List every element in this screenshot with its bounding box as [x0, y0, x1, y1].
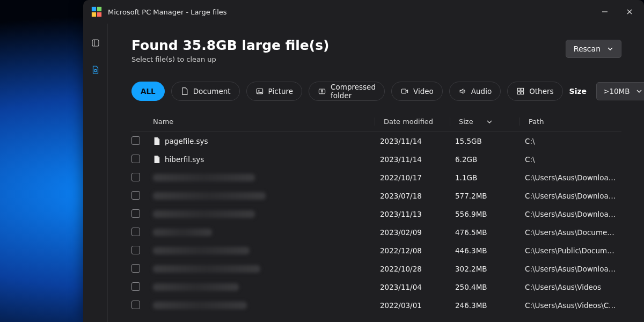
table-row[interactable]: 2022/10/28302.2MBC:\Users\Asus\Downloa…	[131, 260, 618, 278]
cell-path: C:\Users\Asus\Downloa…	[516, 265, 618, 273]
compressed-icon	[318, 87, 326, 96]
svg-rect-13	[518, 88, 521, 91]
file-name: pagefile.sys	[165, 137, 208, 145]
cell-size: 446.3MB	[447, 246, 516, 255]
svg-rect-12	[401, 89, 406, 93]
chevron-down-icon	[607, 46, 613, 52]
row-checkbox[interactable]	[131, 246, 140, 254]
cell-path: C:\	[516, 137, 618, 145]
row-checkbox[interactable]	[131, 136, 140, 145]
cell-size: 1.1GB	[447, 173, 516, 182]
table-row[interactable]: 2023/11/13556.9MBC:\Users\Asus\Downloa…	[131, 205, 618, 223]
cell-date: 2023/02/09	[371, 228, 447, 237]
cell-date: 2022/10/28	[371, 265, 447, 273]
row-checkbox[interactable]	[131, 301, 140, 309]
cell-path: C:\Users\Asus\Downloa…	[516, 192, 618, 200]
filter-label: ALL	[141, 87, 156, 96]
filter-chip-compressed-folder[interactable]: Compressed folder	[309, 82, 385, 101]
cell-date: 2023/07/18	[371, 192, 447, 200]
table-row[interactable]: hiberfil.sys2023/11/146.2GBC:\	[131, 150, 618, 169]
table-row[interactable]: 2023/07/18577.2MBC:\Users\Asus\Downloa…	[131, 187, 618, 205]
chevron-down-icon	[636, 88, 642, 94]
filter-label: Audio	[471, 87, 492, 96]
svg-rect-15	[518, 92, 521, 94]
row-checkbox[interactable]	[131, 282, 140, 291]
svg-rect-0	[92, 7, 96, 11]
file-name-redacted	[153, 265, 260, 273]
close-button[interactable]	[617, 0, 642, 24]
cell-path: C:\Users\Asus\Docume…	[516, 228, 618, 237]
cell-size: 250.4MB	[447, 283, 516, 291]
cell-size: 556.9MB	[447, 210, 516, 218]
others-icon	[516, 87, 525, 96]
filter-chip-video[interactable]: Video	[391, 82, 443, 101]
table-body[interactable]: pagefile.sys2023/11/1415.5GBC:\hiberfil.…	[131, 132, 621, 322]
cell-size: 302.2MB	[447, 265, 516, 273]
window-controls	[592, 0, 642, 24]
cell-path: C:\Users\Public\Docum…	[516, 246, 618, 255]
filter-label: Picture	[268, 87, 293, 96]
row-checkbox[interactable]	[131, 173, 140, 181]
filter-label: Compressed folder	[331, 83, 376, 100]
document-icon	[180, 87, 189, 96]
table-row[interactable]: 2022/10/171.1GBC:\Users\Asus\Downloa…	[131, 169, 618, 187]
file-name-redacted	[153, 302, 247, 309]
col-date[interactable]: Date modified	[375, 118, 450, 126]
rescan-label: Rescan	[574, 45, 601, 53]
row-checkbox[interactable]	[131, 155, 140, 163]
filter-label: Others	[529, 87, 553, 96]
cell-date: 2023/11/14	[371, 155, 447, 164]
page-subtitle: Select file(s) to clean up	[131, 55, 566, 63]
filter-chip-audio[interactable]: Audio	[449, 82, 501, 101]
filter-label: Video	[413, 87, 434, 96]
row-checkbox[interactable]	[131, 191, 140, 200]
table-row[interactable]: 2022/12/08446.3MBC:\Users\Public\Docum…	[131, 241, 618, 260]
table-row[interactable]: pagefile.sys2023/11/1415.5GBC:\	[131, 132, 618, 150]
row-checkbox[interactable]	[131, 264, 140, 273]
file-icon	[153, 137, 160, 145]
sidebar	[83, 24, 108, 322]
picture-icon	[255, 87, 264, 96]
row-checkbox[interactable]	[131, 209, 140, 218]
app-logo-icon	[91, 6, 103, 18]
sidebar-item-storage[interactable]	[87, 61, 104, 78]
filter-chip-picture[interactable]: Picture	[246, 82, 302, 101]
filter-chip-others[interactable]: Others	[507, 82, 562, 101]
minimize-button[interactable]	[592, 0, 617, 24]
filter-chip-all[interactable]: ALL	[131, 82, 165, 101]
cell-date: 2023/11/04	[371, 283, 447, 291]
svg-rect-1	[97, 7, 101, 11]
chevron-down-icon	[486, 119, 493, 125]
cell-size: 476.5MB	[447, 228, 516, 237]
size-filter-label: Size	[569, 87, 587, 96]
titlebar: Microsoft PC Manager - Large files	[83, 0, 644, 24]
size-filter-value: >10MB	[603, 87, 630, 96]
size-filter-select[interactable]: >10MB	[596, 82, 644, 100]
table-header: Name Date modified Size Path	[131, 112, 621, 132]
cell-path: C:\Users\Asus\Downloa…	[516, 173, 618, 182]
cell-date: 2023/11/13	[371, 210, 447, 218]
file-name-redacted	[153, 210, 255, 218]
svg-rect-3	[97, 12, 101, 17]
rescan-button[interactable]: Rescan	[566, 40, 621, 58]
col-size[interactable]: Size	[450, 118, 519, 126]
file-name-redacted	[153, 247, 250, 254]
cell-path: C:\	[516, 155, 618, 164]
table-row[interactable]: 2023/11/04250.4MBC:\Users\Asus\Videos	[131, 278, 618, 296]
sidebar-item-home[interactable]	[87, 34, 104, 52]
filter-bar: ALLDocumentPictureCompressed folderVideo…	[131, 82, 621, 101]
col-name[interactable]: Name	[153, 118, 375, 126]
row-checkbox[interactable]	[131, 228, 140, 236]
file-name-redacted	[153, 192, 266, 200]
file-table: Name Date modified Size Path pagefile.sy…	[131, 112, 621, 322]
cell-path: C:\Users\Asus\Videos\C…	[516, 301, 618, 310]
col-path[interactable]: Path	[519, 118, 621, 126]
table-row[interactable]: 2023/02/09476.5MBC:\Users\Asus\Docume…	[131, 223, 618, 241]
cell-size: 246.3MB	[447, 301, 516, 310]
cell-date: 2022/10/17	[371, 173, 447, 182]
filter-chip-document[interactable]: Document	[171, 82, 240, 101]
table-row[interactable]: 2022/03/01246.3MBC:\Users\Asus\Videos\C…	[131, 296, 618, 314]
cell-date: 2022/03/01	[371, 301, 447, 310]
cell-path: C:\Users\Asus\Videos	[516, 283, 618, 291]
file-name-redacted	[153, 229, 212, 236]
